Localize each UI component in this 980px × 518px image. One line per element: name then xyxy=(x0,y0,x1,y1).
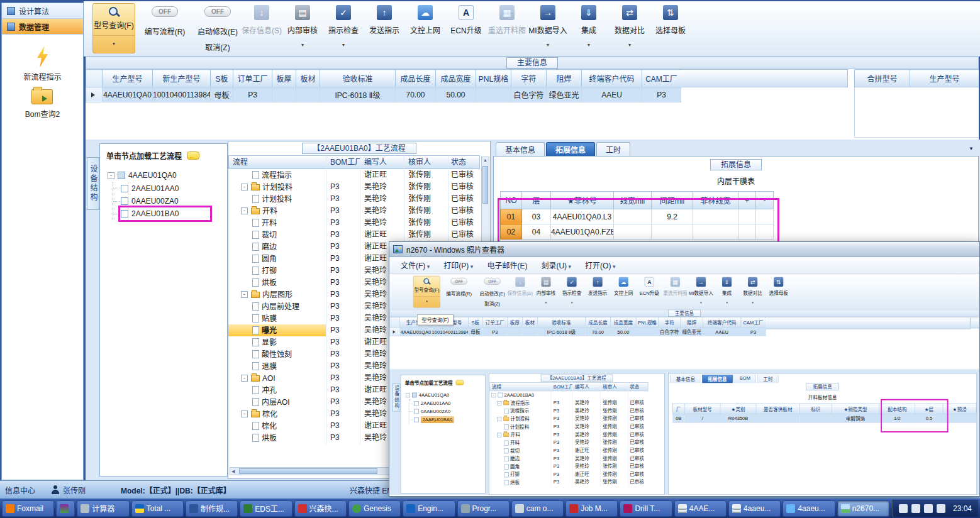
menu-item[interactable]: 打开(O) xyxy=(579,258,621,272)
flow-col-header[interactable]: 编写人 xyxy=(360,155,404,169)
ribbon-button[interactable]: 选择母板 xyxy=(650,3,691,48)
collapse-box-icon[interactable] xyxy=(241,411,248,417)
column-header[interactable]: 生产型号 xyxy=(910,70,979,87)
column-header[interactable]: 验收标准 xyxy=(320,70,396,87)
tabs-dropdown-icon[interactable] xyxy=(969,146,974,152)
flow-row[interactable]: 开料 P3 吴艳玲 张传刚 已审核 xyxy=(228,205,490,217)
write-flow-label[interactable]: 编写流程(R) xyxy=(145,26,186,36)
ribbon-button[interactable]: 保存信息(S) xyxy=(242,3,282,48)
start-modify-toggle[interactable]: OFF xyxy=(204,6,231,17)
column-header[interactable]: 阻焊 xyxy=(547,70,582,87)
film-col-header[interactable]: ★菲林号 xyxy=(551,192,614,209)
column-header[interactable]: 成品宽度 xyxy=(436,70,476,87)
taskbar-button[interactable]: Drill T... xyxy=(620,500,672,517)
photo-viewer-window[interactable]: n2670 - Windows 照片查看器 文件(F) 打印(P) 电子邮件(E… xyxy=(389,241,980,497)
dropdown-arrow-icon[interactable] xyxy=(301,40,305,48)
flow-row[interactable]: 裁切 P3 谢正旺 张传刚 已审核 xyxy=(228,229,490,241)
ribbon-button[interactable]: ECN升级 xyxy=(446,3,486,48)
film-col-header[interactable]: 菲林线宽 xyxy=(693,192,738,209)
scrollbar-thumb[interactable] xyxy=(239,468,377,474)
ribbon-button[interactable]: MI数据导入 xyxy=(528,3,568,48)
ribbon-button[interactable]: 集成 xyxy=(569,3,609,48)
dropdown-arrow-icon[interactable] xyxy=(587,40,591,48)
detail-tab[interactable]: 拓展信息 xyxy=(546,142,595,156)
taskbar-button[interactable]: Job M... xyxy=(565,500,618,517)
tree-root-node[interactable]: 4AAEU01QA0 xyxy=(108,171,223,180)
film-col-header[interactable]: - xyxy=(756,192,774,209)
menu-item[interactable]: 电子邮件(E) xyxy=(481,258,533,272)
taskbar-button[interactable]: 4AAE... xyxy=(674,500,727,517)
taskbar-button[interactable]: n2670... xyxy=(837,500,889,517)
column-header[interactable]: 字符 xyxy=(511,70,547,87)
checkbox-icon[interactable] xyxy=(118,172,125,179)
column-header[interactable]: CAM工厂 xyxy=(642,70,681,87)
tray-icon[interactable] xyxy=(937,504,945,513)
film-row[interactable]: 01 03 4AAEU01QA0.L3 9.2 xyxy=(501,209,774,224)
flow-col-header[interactable]: 流程 xyxy=(228,155,326,169)
taskbar-button[interactable]: Progr... xyxy=(457,500,509,517)
model-query-button[interactable]: 型号查询(F) xyxy=(92,3,135,53)
menu-item[interactable]: 文件(F) xyxy=(394,258,436,272)
ribbon-button[interactable]: 发送指示 xyxy=(364,3,404,48)
collapse-box-icon[interactable] xyxy=(241,291,248,298)
taskbar-button[interactable]: 计算器 xyxy=(77,500,129,517)
column-header[interactable]: 订单工厂 xyxy=(233,70,272,87)
main-table-row[interactable]: 4AAEU01QA010010400113984母板P3IPC-6018 Ⅱ级7… xyxy=(86,87,681,102)
dropdown-arrow-icon[interactable] xyxy=(342,40,346,48)
column-header[interactable]: 新生产型号 xyxy=(153,70,211,87)
taskbar-button[interactable]: Total ... xyxy=(131,500,184,517)
menu-item[interactable]: 刻录(U) xyxy=(535,258,577,272)
column-header[interactable]: 终端客户代码 xyxy=(582,70,642,87)
viewer-title-bar[interactable]: n2670 - Windows 照片查看器 xyxy=(389,242,979,257)
taskbar-button[interactable]: 制作规... xyxy=(186,500,238,517)
tree-node[interactable]: 2AAEU01AA0 xyxy=(113,182,223,195)
flow-row[interactable]: 计划投料 P3 吴艳玲 张传刚 已审核 xyxy=(228,181,490,193)
column-header[interactable]: 合拼型号 xyxy=(855,70,910,87)
bom-query-tool[interactable]: Bom查询2 xyxy=(21,87,64,121)
tree-node[interactable]: 0AAEU00ZA0 xyxy=(113,195,223,207)
taskbar-button[interactable]: Foxmail xyxy=(2,500,54,517)
dropdown-arrow-icon[interactable] xyxy=(546,40,550,48)
column-header[interactable]: PNL规格 xyxy=(476,70,511,87)
column-header[interactable]: 板材 xyxy=(296,70,320,87)
collapse-box-icon[interactable] xyxy=(241,207,248,214)
start-modify-label[interactable]: 启动修改(E) xyxy=(198,26,238,36)
ribbon-button[interactable]: 文控上网 xyxy=(405,3,445,48)
checkbox-icon[interactable] xyxy=(121,197,128,205)
tray-icon[interactable] xyxy=(911,504,920,513)
flow-col-header[interactable]: 状态 xyxy=(448,155,480,169)
column-header[interactable]: 生产型号 xyxy=(103,70,153,87)
film-col-header[interactable]: 线宽mil xyxy=(614,192,652,209)
taskbar-button[interactable]: 4aaeu... xyxy=(728,500,781,517)
film-row[interactable]: 02 04 4AAEU01QA0.FZB xyxy=(501,224,774,240)
taskbar-button[interactable]: EDS工... xyxy=(240,500,292,517)
collapse-box-icon[interactable] xyxy=(108,172,114,179)
film-col-header[interactable]: 层 xyxy=(522,192,551,209)
flow-row[interactable]: 计划投料 P3 吴艳玲 张传刚 已审核 xyxy=(228,193,490,205)
flow-row[interactable]: 开料 P3 吴艳玲 张传刚 已审核 xyxy=(228,217,490,229)
write-flow-toggle[interactable]: OFF xyxy=(152,6,178,17)
column-header[interactable]: 成品长度 xyxy=(396,70,436,87)
checkbox-icon[interactable] xyxy=(121,210,128,218)
film-col-header[interactable]: + xyxy=(738,192,756,209)
collapse-box-icon[interactable] xyxy=(241,184,248,190)
taskbar-button[interactable]: 兴森快... xyxy=(294,500,347,517)
film-col-header[interactable]: 间距mil xyxy=(652,192,693,209)
ribbon-button[interactable]: 指示检查 xyxy=(323,3,364,48)
column-header[interactable]: 板厚 xyxy=(272,70,296,87)
dropdown-arrow-icon[interactable] xyxy=(628,40,632,48)
taskbar-button[interactable] xyxy=(56,500,75,517)
flow-col-header[interactable]: BOM工厂 xyxy=(326,155,360,169)
film-col-header[interactable]: NO xyxy=(501,192,522,209)
ribbon-button[interactable]: 数据对比 xyxy=(610,3,650,48)
checkbox-icon[interactable] xyxy=(121,185,128,192)
flow-row[interactable]: 流程指示 谢正旺 张传刚 已审核 xyxy=(228,169,490,181)
detail-tab[interactable]: 工时 xyxy=(596,142,630,156)
taskbar-button[interactable]: Genesis xyxy=(348,500,401,517)
sidebar-tab[interactable]: 设计算法 xyxy=(2,3,83,19)
menu-item[interactable]: 打印(P) xyxy=(437,258,479,272)
collapse-box-icon[interactable] xyxy=(241,375,248,382)
scrollbar-thumb[interactable] xyxy=(482,166,488,204)
tree-node[interactable]: 2AAEU01BA0 xyxy=(113,207,223,220)
flow-col-header[interactable]: 核审人 xyxy=(404,155,448,169)
